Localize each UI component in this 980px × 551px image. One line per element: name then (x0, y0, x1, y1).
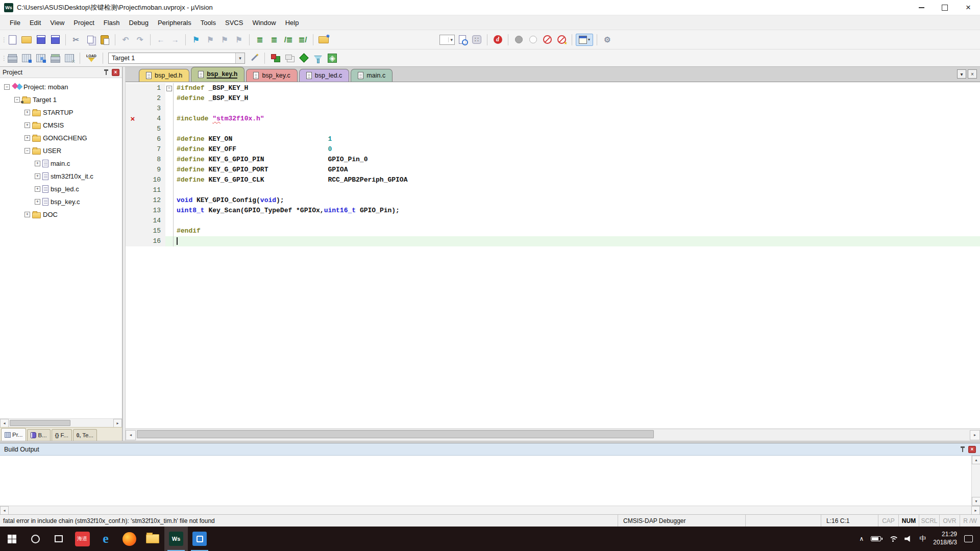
red-app-icon[interactable]: 海道 (70, 527, 94, 551)
save-icon[interactable] (34, 34, 47, 46)
menu-debug[interactable]: Debug (125, 17, 153, 29)
find-combo[interactable]: ▾ (439, 35, 455, 45)
tab-list-dropdown-icon[interactable]: ▾ (957, 69, 966, 79)
tab-bsp_led.c[interactable]: bsp_led.c (299, 69, 350, 82)
menu-help[interactable]: Help (281, 17, 304, 29)
bookmark-prev-icon[interactable]: ⚑ (204, 34, 217, 46)
configure-wrench-icon[interactable]: ⚙ (601, 34, 614, 46)
indent-icon[interactable]: ≣ (267, 34, 281, 46)
menu-file[interactable]: File (5, 17, 25, 29)
nav-forward-icon[interactable]: → (168, 34, 182, 46)
menu-project[interactable]: Project (69, 17, 99, 29)
file-explorer-icon[interactable] (141, 527, 164, 551)
project-panel-close-icon[interactable]: × (112, 69, 119, 76)
maximize-button[interactable] (933, 0, 957, 15)
menu-svcs[interactable]: SVCS (220, 17, 248, 29)
tree-item-gongcheng[interactable]: +GONGCHENG (0, 132, 122, 144)
scroll-left-icon[interactable]: ◂ (0, 419, 9, 428)
tree-expander-icon[interactable]: + (24, 212, 30, 217)
panel-tab-f[interactable]: {}F... (52, 429, 72, 441)
cut-icon[interactable]: ✂ (69, 34, 83, 46)
tree-item-startup[interactable]: +STARTUP (0, 106, 122, 119)
task-view-icon[interactable] (47, 527, 70, 551)
system-viewer-icon[interactable]: ▾ (576, 34, 593, 46)
uvision-taskbar-icon[interactable]: Ws (164, 527, 188, 551)
breakpoint-disable-icon[interactable] (541, 34, 554, 46)
tab-close-icon[interactable]: × (968, 69, 977, 79)
tree-expander-icon[interactable]: − (24, 148, 30, 154)
tree-item-target-1[interactable]: −Target 1 (0, 93, 122, 106)
tree-item-doc[interactable]: +DOC (0, 208, 122, 221)
rebuild-icon[interactable] (34, 52, 47, 64)
tree-expander-icon[interactable]: + (35, 186, 40, 192)
menu-edit[interactable]: Edit (25, 17, 45, 29)
target-select-arrow-icon[interactable]: ▾ (235, 53, 244, 63)
menu-window[interactable]: Window (248, 17, 280, 29)
tab-bsp_led.h[interactable]: bsp_led.h (139, 69, 189, 82)
tree-item-bsp_key.c[interactable]: +bsp_key.c (0, 195, 122, 208)
batch-build-icon[interactable] (48, 52, 62, 64)
start-button[interactable] (0, 527, 23, 551)
target-select[interactable]: Target 1▾ (108, 53, 245, 64)
unindent-icon[interactable]: ≣ (253, 34, 266, 46)
scroll-down-icon[interactable]: ▾ (972, 497, 980, 506)
panel-tab-te[interactable]: 0,Te... (73, 429, 97, 441)
tree-expander-icon[interactable]: − (14, 97, 20, 103)
tree-item-cmsis[interactable]: +CMSIS (0, 119, 122, 132)
new-file-icon[interactable] (6, 34, 19, 46)
notification-center-icon[interactable] (964, 535, 973, 542)
scroll-thumb[interactable] (10, 420, 70, 426)
bookmark-next-icon[interactable]: ⚑ (218, 34, 231, 46)
tree-expander-icon[interactable]: + (24, 110, 30, 115)
load-flash-icon[interactable]: LOAD (84, 52, 99, 64)
code-editor[interactable]: 1−#ifndef _BSP_KEY_H2#define _BSP_KEY_H3… (126, 82, 980, 429)
fold-collapse-icon[interactable]: − (166, 86, 172, 91)
translate-icon[interactable] (6, 52, 19, 64)
build-output-close-icon[interactable]: × (968, 446, 976, 453)
tree-expander-icon[interactable]: + (35, 161, 40, 166)
breakpoint-kill-all-icon[interactable]: ★ (555, 34, 568, 46)
project-panel-hscrollbar[interactable]: ◂ ▸ (0, 418, 122, 427)
breakpoint-insert-icon[interactable] (512, 34, 525, 46)
scroll-right-icon[interactable]: ▸ (970, 430, 980, 440)
find-icon[interactable] (456, 34, 469, 46)
pin-icon[interactable] (103, 69, 109, 76)
tree-expander-icon[interactable]: − (4, 84, 10, 90)
panel-tab-b[interactable]: B... (27, 429, 50, 441)
tree-expander-icon[interactable]: + (35, 199, 40, 205)
scroll-right-icon[interactable]: ▸ (113, 419, 122, 428)
options-for-target-icon[interactable] (248, 52, 261, 64)
close-button[interactable]: × (957, 0, 980, 15)
scroll-thumb[interactable] (137, 430, 654, 438)
start-stop-debug-icon[interactable] (491, 34, 504, 46)
scroll-right-icon[interactable]: ▸ (971, 506, 980, 515)
manage-books-icon[interactable] (283, 52, 296, 64)
tree-expander-icon[interactable]: + (24, 135, 30, 141)
bookmark-toggle-icon[interactable]: ⚑ (189, 34, 203, 46)
blue-app-icon[interactable] (188, 527, 211, 551)
dropdown-arrow-icon[interactable]: ▾ (448, 37, 454, 42)
manage-project-items-icon[interactable] (268, 52, 282, 64)
copy-icon[interactable] (84, 34, 97, 46)
tree-item-main.c[interactable]: +main.c (0, 157, 122, 170)
volume-icon[interactable] (904, 536, 912, 542)
tree-item-stm32f10x_it.c[interactable]: +stm32f10x_it.c (0, 170, 122, 183)
select-packs-icon[interactable] (311, 52, 325, 64)
menu-tools[interactable]: Tools (196, 17, 220, 29)
tab-bsp_key.c[interactable]: bsp_key.c (246, 69, 297, 82)
manage-rte-icon[interactable] (297, 52, 310, 64)
edge-icon[interactable]: e (94, 527, 117, 551)
paste-icon[interactable] (98, 34, 111, 46)
stop-build-icon[interactable] (63, 52, 76, 64)
menu-view[interactable]: View (45, 17, 69, 29)
open-file-icon[interactable] (20, 34, 33, 46)
scroll-up-icon[interactable]: ▴ (972, 456, 980, 464)
scroll-left-icon[interactable]: ◂ (0, 506, 9, 515)
tray-expand-icon[interactable]: ∧ (859, 535, 864, 542)
ime-indicator[interactable]: 中 (919, 534, 926, 543)
undo-icon[interactable]: ↶ (119, 34, 132, 46)
panel-tab-pr[interactable]: Pr... (1, 428, 26, 441)
scroll-left-icon[interactable]: ◂ (126, 430, 136, 440)
menu-flash[interactable]: Flash (99, 17, 125, 29)
tree-expander-icon[interactable]: + (35, 173, 40, 179)
